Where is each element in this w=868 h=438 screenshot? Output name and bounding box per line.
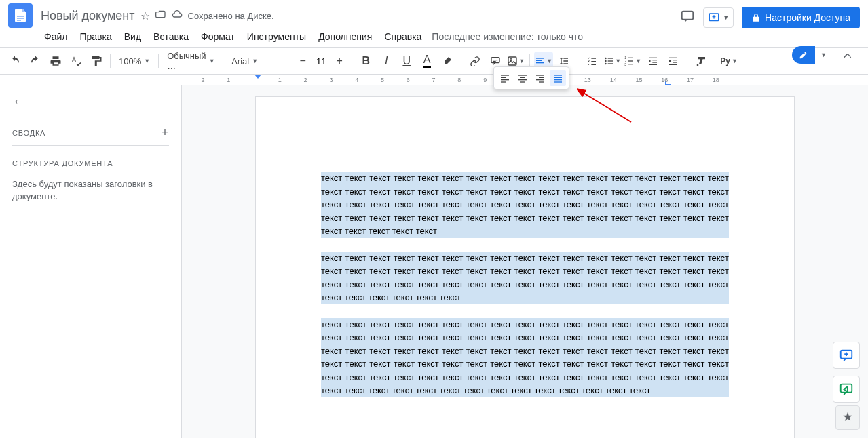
indent-increase-icon[interactable] — [664, 52, 683, 71]
svg-point-13 — [605, 63, 607, 65]
number-list-icon[interactable]: 123▼ — [623, 52, 642, 71]
menu-help[interactable]: Справка — [379, 28, 426, 45]
svg-rect-32 — [501, 77, 506, 78]
highlight-icon[interactable] — [438, 52, 457, 71]
svg-rect-26 — [649, 64, 657, 65]
explore-button[interactable] — [835, 405, 860, 430]
document-page[interactable]: текст текст текст текст текст текст текс… — [255, 96, 795, 438]
svg-rect-43 — [554, 75, 562, 75]
svg-rect-45 — [554, 79, 562, 80]
menu-tools[interactable]: Инструменты — [242, 28, 311, 45]
style-select[interactable]: Обычный …▼ — [163, 48, 219, 74]
svg-point-7 — [510, 59, 512, 61]
svg-rect-6 — [508, 57, 516, 65]
svg-rect-42 — [539, 81, 544, 82]
svg-rect-16 — [608, 63, 613, 64]
svg-rect-2 — [17, 20, 21, 21]
bullet-list-icon[interactable]: ▼ — [603, 52, 622, 71]
align-justify-option[interactable] — [550, 70, 566, 86]
summary-heading: СВОДКА — [12, 129, 45, 137]
sidebar-back-icon[interactable]: ← — [12, 94, 169, 109]
svg-rect-21 — [628, 60, 633, 61]
svg-rect-46 — [554, 81, 562, 82]
menu-format[interactable]: Формат — [196, 28, 240, 45]
svg-rect-34 — [501, 81, 506, 82]
input-tools-icon[interactable]: Ру▼ — [719, 52, 738, 71]
italic-icon[interactable]: I — [377, 52, 396, 71]
chevron-down-icon[interactable]: ▼ — [820, 52, 827, 58]
move-icon[interactable] — [155, 9, 166, 22]
undo-icon[interactable] — [5, 52, 24, 71]
svg-rect-40 — [539, 77, 544, 78]
bold-icon[interactable]: B — [356, 52, 375, 71]
svg-rect-8 — [536, 58, 544, 58]
zoom-select[interactable]: 100%▼ — [115, 54, 154, 69]
doc-title[interactable]: Новый документ — [41, 9, 135, 23]
svg-rect-36 — [520, 77, 525, 78]
font-decrease[interactable]: − — [295, 52, 310, 71]
svg-text:3: 3 — [625, 63, 627, 66]
outline-heading: СТРУКТУРА ДОКУМЕНТА — [12, 154, 169, 173]
save-status: Сохранено на Диске. — [188, 11, 274, 21]
docs-logo[interactable] — [8, 3, 33, 28]
svg-rect-28 — [673, 60, 678, 60]
paragraph[interactable]: текст текст текст текст текст текст текс… — [321, 172, 729, 238]
redo-icon[interactable] — [26, 52, 45, 71]
svg-rect-0 — [17, 16, 24, 17]
paragraph[interactable]: текст текст текст текст текст текст текс… — [321, 318, 729, 397]
svg-rect-20 — [628, 58, 633, 58]
star-icon[interactable]: ☆ — [140, 9, 150, 22]
comment-history-icon[interactable] — [680, 9, 695, 26]
share-label: Настройки Доступа — [765, 12, 850, 23]
cloud-icon[interactable] — [172, 9, 183, 22]
indent-decrease-icon[interactable] — [643, 52, 662, 71]
collapse-icon[interactable]: ᨈ — [844, 49, 853, 61]
svg-rect-25 — [653, 62, 658, 62]
align-left-option[interactable] — [497, 70, 513, 86]
svg-rect-39 — [536, 75, 544, 75]
font-select[interactable]: Arial▼ — [227, 54, 286, 69]
suggest-edit-fab[interactable] — [833, 376, 860, 403]
menu-file[interactable]: Файл — [39, 28, 72, 45]
menu-addons[interactable]: Дополнения — [314, 28, 377, 45]
clear-format-icon[interactable] — [692, 52, 711, 71]
indent-marker-icon[interactable] — [254, 75, 261, 79]
last-change[interactable]: Последнее изменение: только что — [432, 31, 583, 42]
align-right-option[interactable] — [532, 70, 548, 86]
svg-rect-14 — [608, 58, 613, 58]
checklist-icon[interactable] — [582, 52, 601, 71]
font-size-input[interactable] — [310, 56, 332, 66]
add-summary-icon[interactable]: + — [162, 125, 169, 140]
svg-rect-44 — [554, 77, 562, 78]
paint-format-icon[interactable] — [87, 52, 106, 71]
link-icon[interactable] — [466, 52, 485, 71]
ruler[interactable]: 21123456789101112131415161718 — [0, 75, 868, 85]
align-center-option[interactable] — [514, 70, 531, 86]
svg-rect-23 — [649, 58, 657, 58]
svg-rect-31 — [501, 75, 509, 75]
svg-rect-37 — [518, 79, 527, 80]
svg-rect-35 — [518, 75, 527, 75]
font-increase[interactable]: + — [332, 52, 347, 71]
spellcheck-icon[interactable] — [67, 52, 86, 71]
svg-rect-38 — [520, 81, 525, 82]
present-button[interactable]: ▼ — [703, 7, 734, 28]
underline-icon[interactable]: U — [397, 52, 416, 71]
svg-point-11 — [605, 58, 607, 60]
svg-rect-10 — [536, 62, 544, 63]
print-icon[interactable] — [46, 52, 65, 71]
menu-edit[interactable]: Правка — [75, 28, 116, 45]
paragraph[interactable]: текст текст текст текст текст текст текс… — [321, 252, 729, 304]
svg-rect-30 — [669, 64, 677, 65]
svg-rect-33 — [501, 79, 509, 80]
text-color-icon[interactable]: A — [417, 52, 436, 71]
align-popup — [493, 66, 569, 89]
edit-mode-button[interactable] — [792, 46, 815, 64]
add-comment-fab[interactable] — [833, 342, 860, 369]
menu-view[interactable]: Вид — [119, 28, 146, 45]
share-button[interactable]: Настройки Доступа — [742, 7, 860, 28]
svg-rect-1 — [17, 18, 24, 19]
menu-insert[interactable]: Вставка — [149, 28, 193, 45]
svg-point-12 — [605, 60, 607, 62]
svg-rect-9 — [536, 60, 542, 61]
